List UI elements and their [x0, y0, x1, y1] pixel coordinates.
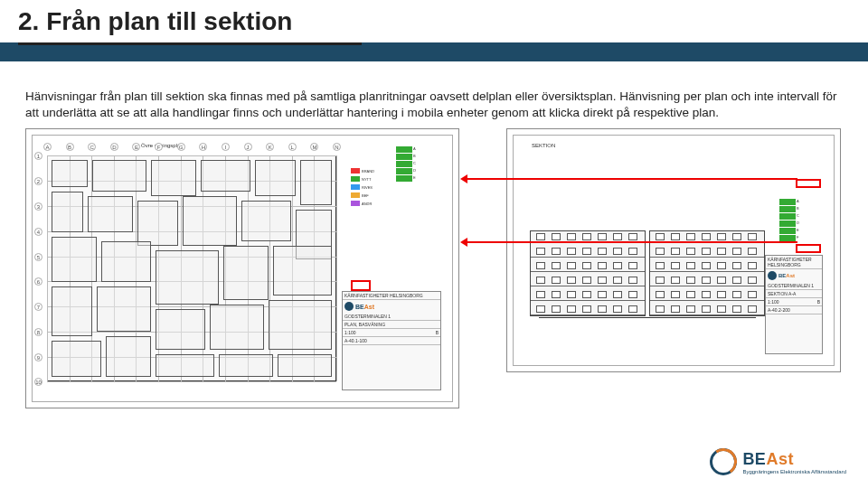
revision-row: D: [779, 221, 825, 227]
grid-col-label: A: [43, 143, 52, 151]
room: [278, 354, 332, 377]
grid-row-label: 1: [34, 152, 42, 160]
grid-row-label: 9: [34, 353, 42, 361]
grid-col-label: J: [244, 143, 252, 151]
tb-title: PLAN, BASVÅNING: [343, 321, 440, 329]
room: [97, 286, 151, 332]
footer-logo-text: BEAst: [742, 450, 846, 469]
red-highlight-section-2: [796, 244, 821, 253]
body-paragraph: Hänvisningar från plan till sektion ska …: [0, 61, 868, 128]
grid-col-label: I: [222, 143, 230, 151]
legend-row: RIVES: [351, 183, 405, 191]
tb-client-s: KÄRNFASTIGHETER HELSINGBORG: [766, 256, 822, 269]
tb-rev-s: B: [817, 299, 820, 305]
room: [52, 192, 83, 232]
room: [255, 160, 296, 196]
tb-title-s: SEKTION A-A: [766, 290, 822, 298]
revision-row: E: [779, 228, 825, 234]
building-right: [649, 230, 765, 316]
grid-row-label: 6: [34, 277, 42, 286]
grid-col-label: G: [177, 143, 185, 151]
revision-row: B: [779, 206, 825, 212]
room: [92, 160, 146, 192]
tb-scale-s: 1:100: [768, 299, 779, 305]
room: [101, 241, 151, 282]
room: [151, 160, 196, 196]
plan-drawing: Övre våningsplan ABCDEFGHIJKLMN123456789…: [25, 128, 459, 408]
room: [300, 160, 332, 205]
grid-row-label: 5: [34, 253, 42, 261]
title-underline: [18, 42, 362, 45]
tb-rev: B: [436, 330, 439, 335]
grid-row-label: 4: [34, 228, 42, 236]
room: [269, 300, 332, 350]
title-bar: 2. Från plan till sektion: [0, 0, 868, 61]
grid-row-label: 2: [34, 177, 42, 185]
section-frame: SEKTION ABCDEF KÄRNFASTIGHETER HELSINGBO…: [513, 135, 835, 366]
drawings-area: Övre våningsplan ABCDEFGHIJKLMN123456789…: [0, 128, 868, 427]
beast-icon: [344, 302, 354, 311]
red-highlight-section-1: [796, 179, 821, 188]
reference-arrow-2: [463, 241, 797, 243]
room: [156, 309, 205, 350]
beast-icon: [710, 448, 737, 475]
ground-line: [539, 317, 756, 318]
room: [106, 336, 151, 377]
tb-project: GODSTERMINALEN 1: [343, 313, 440, 321]
room: [137, 201, 178, 246]
room: [156, 354, 214, 377]
grid-col-label: D: [110, 143, 118, 151]
room: [52, 160, 88, 187]
tb-logo-s: BEAst: [766, 269, 822, 282]
section-header-annot: SEKTION: [532, 143, 555, 148]
room: [52, 341, 101, 377]
revision-row: D: [396, 168, 441, 174]
grid-col-label: N: [333, 143, 341, 151]
floor-plan: ABCDEFGHIJKLMN12345678910: [47, 155, 336, 381]
tb-project-s: GODSTERMINALEN 1: [766, 282, 822, 290]
grid-col-label: F: [155, 143, 163, 151]
building-left: [530, 230, 646, 316]
room: [223, 246, 269, 300]
room: [52, 286, 92, 336]
revision-row: A: [779, 199, 825, 205]
plan-frame: Övre våningsplan ABCDEFGHIJKLMN123456789…: [32, 135, 453, 402]
revision-row: A: [396, 146, 441, 153]
section-drawing: SEKTION ABCDEF KÄRNFASTIGHETER HELSINGBO…: [506, 128, 841, 372]
room: [156, 250, 219, 305]
room: [219, 354, 273, 377]
tb-dwgno: A-40.1-100: [343, 337, 440, 345]
page-title: 2. Från plan till sektion: [0, 0, 868, 42]
grid-row-label: 10: [34, 378, 42, 386]
footer-tagline: Byggnäringens Elektroniska Affärsstandar…: [742, 469, 846, 474]
grid-col-label: E: [132, 143, 140, 151]
room: [241, 201, 291, 241]
grid-col-label: B: [66, 143, 74, 151]
room: [88, 196, 133, 232]
grid-col-label: L: [288, 143, 297, 151]
red-highlight-plan: [351, 280, 371, 291]
room: [273, 246, 332, 296]
tb-dwgno-s: A-40.2-200: [766, 306, 822, 314]
revision-row: E: [396, 175, 441, 182]
revision-row: B: [396, 154, 441, 160]
tb-logo: BEAst: [343, 300, 440, 313]
grid-row-label: 7: [34, 303, 42, 311]
revision-row: F: [779, 235, 825, 241]
room: [52, 237, 97, 282]
roof-left: [530, 230, 646, 231]
beast-icon: [768, 271, 777, 280]
roof-right: [649, 230, 765, 231]
tb-scale: 1:100: [344, 330, 356, 335]
legend-row: ÄNDR: [351, 200, 405, 207]
title-block-section: KÄRNFASTIGHETER HELSINGBORG BEAst GODSTE…: [765, 255, 823, 354]
reference-arrow-1: [463, 178, 797, 180]
room: [183, 196, 237, 246]
tb-client: KÄRNFASTIGHETER HELSINGBORG: [343, 292, 440, 300]
revision-row: C: [779, 213, 825, 220]
room: [210, 305, 264, 350]
revision-table-plan: ABCDE: [396, 146, 441, 183]
grid-col-label: C: [88, 143, 96, 151]
grid-col-label: K: [266, 143, 274, 151]
grid-col-label: H: [199, 143, 207, 151]
